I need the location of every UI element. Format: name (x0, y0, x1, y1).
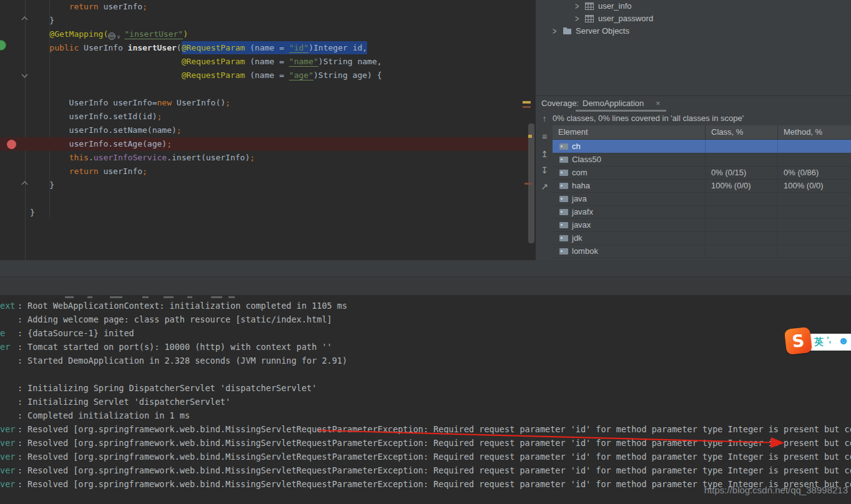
jump-to-top-icon[interactable]: ↥ (539, 148, 550, 160)
log-message: Initializing Servlet 'dispatcherServlet' (27, 395, 230, 409)
scroll-up-icon[interactable]: ↑ (539, 113, 550, 124)
console-line: :Started DemoApplication in 2.328 second… (0, 354, 851, 367)
code-segment: )String name, (318, 57, 382, 66)
coverage-row-javax[interactable]: javax (553, 218, 851, 232)
log-separator: : (17, 326, 22, 340)
logger-name-fragment: ver (0, 422, 15, 436)
logger-name-fragment: ver (0, 463, 15, 477)
coverage-row-jdk[interactable]: jdk (553, 231, 851, 245)
code-line: userInfo.setAge(age); (0, 137, 528, 151)
fold-marker-icon[interactable] (22, 181, 27, 185)
code-line: userInfo.setId(id); (0, 110, 162, 124)
code-segment: userInfoService (94, 153, 167, 162)
log-separator: : (17, 477, 22, 491)
code-segment: (name = (245, 70, 288, 80)
log-separator: : (17, 422, 22, 436)
code-segment: @RequestParam (182, 41, 245, 54)
tree-item-server-objects[interactable]: >Server Objects (536, 25, 851, 37)
coverage-row-com[interactable]: com0% (0/15)0% (0/86) (553, 166, 851, 180)
code-segment: return (69, 2, 99, 11)
code-segment (30, 153, 69, 162)
column-header-class[interactable]: Class, % (705, 125, 777, 139)
coverage-row-ch[interactable]: ch (553, 140, 851, 153)
coverage-table: ElementClass, %Method, % chClass50com0% … (553, 125, 851, 260)
export-icon[interactable]: ↗ (539, 181, 550, 192)
watermark-link[interactable]: https://blog.csdn.net/qq_38998213 (704, 485, 848, 495)
code-line: public UserInfo insertUser(@RequestParam… (0, 41, 367, 55)
coverage-row-lombok[interactable]: lombok (553, 245, 851, 258)
code-line: return userInfo; (0, 165, 147, 178)
console-line: ext:Root WebApplicationContext: initiali… (0, 299, 851, 313)
class-percent-cell (705, 245, 777, 258)
tab-close-icon[interactable]: × (656, 99, 661, 108)
clipped-text-fragment (87, 296, 92, 298)
code-line: this.userInfoService.insert(userInfo); (0, 151, 255, 165)
code-segment: ; (157, 112, 162, 121)
coverage-tab-demoapplication[interactable]: DemoApplication (583, 99, 644, 108)
console-line: er:Tomcat started on port(s): 10000 (htt… (0, 340, 851, 354)
code-line (0, 82, 30, 96)
code-segment: "age" (289, 70, 313, 80)
ime-language-mode[interactable]: 英 (814, 336, 824, 348)
log-message: Initializing Spring DispatcherServlet 'd… (27, 381, 317, 395)
table-icon (585, 15, 594, 22)
tree-item-user-info[interactable]: >user_info (536, 0, 851, 12)
column-header-method[interactable]: Method, % (777, 125, 851, 139)
jump-to-bottom-icon[interactable]: ↧ (539, 165, 550, 176)
panel-splitter[interactable] (0, 260, 851, 295)
console-line: ver:Resolved [org.springframework.web.bi… (0, 450, 851, 463)
code-segment: )Integer id, (308, 41, 367, 54)
method-percent-cell (777, 231, 851, 245)
code-segment: @RequestParam (182, 70, 245, 80)
clipped-text-fragment (110, 296, 122, 298)
url-inlay-globe-icon[interactable]: ∨ (108, 30, 124, 39)
code-segment: ; (177, 125, 182, 135)
package-icon (559, 209, 568, 215)
flatten-packages-icon[interactable]: ≡ (539, 131, 550, 142)
sogou-logo-icon[interactable]: S (784, 327, 812, 355)
console-line: ver:Resolved [org.springframework.web.bi… (0, 463, 851, 477)
element-cell: javax (553, 218, 705, 231)
log-separator: : (17, 354, 22, 367)
element-cell: com (553, 166, 705, 179)
fold-marker-icon[interactable] (22, 71, 27, 75)
log-separator: : (17, 409, 22, 422)
tree-item-user-password[interactable]: >user_password (536, 12, 851, 25)
method-percent-cell (777, 140, 851, 153)
logger-name-fragment: er (0, 340, 10, 354)
column-header-element[interactable]: Element (553, 125, 705, 139)
logger-name-fragment: ver (0, 450, 15, 463)
logger-name-fragment: ver (0, 477, 15, 491)
chevron-right-icon[interactable]: > (553, 23, 556, 39)
coverage-row-java[interactable]: java (553, 192, 851, 206)
method-percent-cell: 0% (0/86) (777, 166, 851, 179)
run-console[interactable]: ext:Root WebApplicationContext: initiali… (0, 295, 851, 504)
code-segment (30, 29, 49, 39)
clipped-text-fragment (187, 296, 192, 298)
folder-icon (563, 29, 571, 34)
code-segment: } (30, 16, 54, 25)
code-editor[interactable]: return userInfo; } @GetMapping(∨"insertU… (0, 0, 535, 260)
code-segment: @RequestParam (182, 57, 245, 66)
log-separator: : (17, 313, 22, 326)
breakpoint-dot[interactable] (7, 140, 16, 149)
coverage-row-haha[interactable]: haha100% (0/0)100% (0/0) (553, 179, 851, 193)
right-panel: >user_info>user_password>Server Objects … (535, 0, 851, 260)
package-icon (559, 143, 568, 150)
console-line: :Initializing Spring DispatcherServlet '… (0, 381, 851, 395)
fold-marker-icon[interactable] (22, 16, 27, 21)
coverage-row-javafx[interactable]: javafx (553, 205, 851, 219)
log-message: Adding welcome page: class path resource… (27, 313, 332, 326)
class-percent-cell (705, 231, 777, 245)
code-segment (30, 70, 182, 80)
coverage-row-class50[interactable]: Class50 (553, 153, 851, 167)
code-segment: "id" (289, 41, 308, 54)
log-separator: : (17, 450, 22, 463)
code-line: @RequestParam (name = "name")String name… (0, 55, 382, 69)
log-message: Started DemoApplication in 2.328 seconds… (27, 354, 347, 367)
clipped-text-fragment (65, 296, 74, 298)
log-message: Completed initialization in 1 ms (27, 409, 190, 422)
ime-punctuation-mode[interactable]: ’, (827, 335, 831, 344)
ime-smiley-icon[interactable]: ☻ (838, 336, 849, 346)
console-line: :Adding welcome page: class path resourc… (0, 313, 851, 326)
